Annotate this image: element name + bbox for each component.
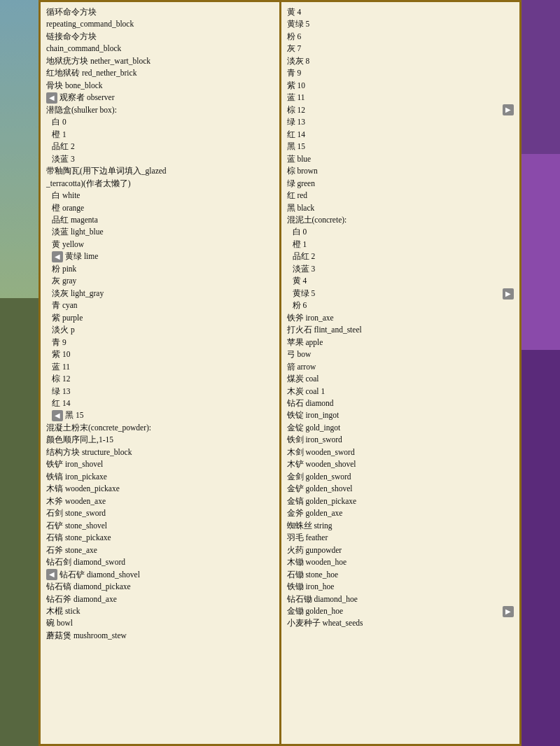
right-arrow-c5[interactable]: ▶	[503, 288, 514, 300]
r-entry-9: 青 9	[287, 67, 514, 79]
r-entry-red: 红 red	[287, 190, 514, 202]
r-entry-blue: 蓝 blue	[287, 153, 514, 165]
entry-9: 青 9	[46, 337, 274, 349]
entry-bone: 骨块 bone_block	[46, 80, 274, 92]
r-entry-13: 绿 13	[287, 116, 514, 128]
entry-observer-text: 观察者 observer	[59, 92, 114, 104]
r-entry-string: 蜘蛛丝 string	[287, 520, 514, 532]
entry-repeating-cmd: 循环命令方块	[46, 6, 274, 18]
r-entry-golden-hoe-text: 金锄 golden_hoe	[287, 605, 344, 617]
r-entry-golden-pickaxe: 金镐 golden_pickaxe	[287, 495, 514, 507]
r-entry-feather: 羽毛 feather	[287, 532, 514, 544]
entry-chain-cmd-en: chain_command_block	[46, 43, 274, 55]
r-entry-4: 黄 4	[287, 6, 514, 18]
r-entry-12: 棕 12 ▶	[287, 104, 514, 116]
r-entry-wheat-seeds: 小麦种子 wheat_seeds	[287, 617, 514, 629]
entry-stick: 木棍 stick	[46, 605, 274, 617]
r-entry-stone-hoe: 石锄 stone_hoe	[287, 569, 514, 581]
right-arrow-golden-hoe[interactable]: ▶	[503, 606, 514, 617]
entry-stone-sword: 石剑 stone_sword	[46, 507, 274, 519]
left-arrow-observer[interactable]: ◀	[46, 92, 57, 104]
r-entry-gunpowder: 火药 gunpowder	[287, 544, 514, 556]
entry-repeating-cmd-en: repeating_command_block	[46, 18, 274, 30]
entry-red-nether: 红地狱砖 red_nether_brick	[46, 67, 274, 79]
r-entry-iron-hoe: 铁锄 iron_hoe	[287, 581, 514, 593]
r-entry-apple: 苹果 apple	[287, 337, 514, 349]
entry-gray: 灰 gray	[46, 275, 274, 287]
r-entry-14: 红 14	[287, 129, 514, 141]
r-entry-brown: 棕 brown	[287, 165, 514, 177]
r-entry-flint: 打火石 flint_and_steel	[287, 324, 514, 336]
book-wrapper: 循环命令方块 repeating_command_block 链接命令方块 ch…	[38, 0, 522, 746]
entry-yellow: 黄 yellow	[46, 239, 274, 251]
entry-15-arrow: ◀ 黑 15	[46, 409, 274, 421]
entry-fire: 淡火 p	[46, 324, 274, 336]
entry-white: 白 white	[46, 190, 274, 202]
r-entry-wooden-hoe: 木锄 wooden_hoe	[287, 556, 514, 568]
r-entry-charcoal: 木炭 coal 1	[287, 386, 514, 397]
entry-14: 红 14	[46, 397, 274, 409]
r-entry-c0: 白 0	[287, 226, 514, 238]
entry-13: 绿 13	[46, 386, 274, 397]
left-arrow-lime[interactable]: ◀	[52, 251, 63, 262]
r-entry-c4: 黄 4	[287, 275, 514, 287]
entry-stone-shovel: 石铲 stone_shovel	[46, 520, 274, 532]
entry-shulker-header: 潜隐盒(shulker box):	[46, 104, 274, 116]
entry-diamond-sword: 钻石剑 diamond_sword	[46, 556, 274, 568]
r-entry-12-text: 棕 12	[287, 104, 305, 116]
r-entry-green: 绿 green	[287, 178, 514, 190]
r-entry-iron-ingot: 铁锭 iron_ingot	[287, 409, 514, 421]
r-entry-coal: 煤炭 coal	[287, 373, 514, 385]
entry-chain-cmd: 链接命令方块	[46, 31, 274, 43]
r-entry-gold-ingot: 金锭 gold_ingot	[287, 422, 514, 434]
entry-10: 紫 10	[46, 349, 274, 360]
entry-glazed-2: _terracotta)(作者太懒了)	[46, 178, 274, 190]
left-arrow-15[interactable]: ◀	[52, 410, 63, 421]
right-arrow-12[interactable]: ▶	[503, 104, 514, 115]
entry-diamond-axe: 钻石斧 diamond_axe	[46, 593, 274, 605]
r-entry-5: 黄绿 5	[287, 18, 514, 30]
r-entry-golden-sword: 金剑 golden_sword	[287, 471, 514, 483]
r-entry-c5: 黄绿 5 ▶	[287, 288, 514, 300]
entry-light-gray: 淡灰 light_gray	[46, 288, 274, 300]
entry-color-order: 颜色顺序同上,1-15	[46, 434, 274, 446]
entry-glazed-1: 带釉陶瓦(用下边单词填入_glazed	[46, 165, 274, 177]
r-entry-golden-shovel: 金铲 golden_shovel	[287, 483, 514, 495]
r-entry-c6: 粉 6	[287, 300, 514, 311]
entry-15-text: 黑 15	[65, 409, 83, 421]
left-page-content: 循环命令方块 repeating_command_block 链接命令方块 ch…	[46, 6, 274, 642]
r-entry-11: 蓝 11	[287, 92, 514, 104]
r-entry-7: 灰 7	[287, 43, 514, 55]
right-page: 黄 4 黄绿 5 粉 6 灰 7 淡灰 8 青 9 紫 10 蓝 11 棕 12…	[281, 0, 522, 746]
r-entry-15: 黑 15	[287, 141, 514, 153]
r-entry-10: 紫 10	[287, 80, 514, 92]
r-entry-black: 黑 black	[287, 202, 514, 214]
r-entry-bow: 弓 bow	[287, 349, 514, 360]
left-arrow-diamond-shovel[interactable]: ◀	[46, 569, 57, 580]
entry-wooden-pickaxe: 木镐 wooden_pickaxe	[46, 483, 274, 495]
r-entry-diamond-hoe: 钻石锄 diamond_hoe	[287, 593, 514, 605]
entry-shulker-2: 品红 2	[46, 141, 274, 153]
entry-observer: ◀ 观察者 observer	[46, 92, 274, 104]
entry-orange: 橙 orange	[46, 202, 274, 214]
entry-shulker-1: 橙 1	[46, 129, 274, 141]
entry-lime-text: 黄绿 lime	[65, 251, 98, 262]
r-entry-iron-axe: 铁斧 iron_axe	[287, 312, 514, 324]
r-entry-concrete: 混泥土(concrete):	[287, 214, 514, 226]
r-entry-8: 淡灰 8	[287, 55, 514, 67]
r-entry-c5-text: 黄绿 5	[293, 288, 316, 300]
entry-pink: 粉 pink	[46, 263, 274, 275]
entry-wooden-axe: 木斧 wooden_axe	[46, 495, 274, 507]
entry-diamond-pickaxe: 钻石镐 diamond_pickaxe	[46, 581, 274, 593]
r-entry-golden-hoe: 金锄 golden_hoe ▶	[287, 605, 514, 617]
r-entry-c1: 橙 1	[287, 239, 514, 251]
r-entry-golden-axe: 金斧 golden_axe	[287, 507, 514, 519]
entry-bowl: 碗 bowl	[46, 617, 274, 629]
entry-structure-block: 结构方块 structure_block	[46, 446, 274, 458]
entry-stone-axe: 石斧 stone_axe	[46, 544, 274, 556]
entry-nether-wart: 地狱疣方块 nether_wart_block	[46, 55, 274, 67]
entry-concrete-powder: 混凝土粉末(concrete_powder):	[46, 422, 274, 434]
entry-iron-pickaxe: 铁镐 iron_pickaxe	[46, 471, 274, 483]
entry-shulker-3: 淡蓝 3	[46, 153, 274, 165]
entry-diamond-shovel: ◀ 钻石铲 diamond_shovel	[46, 569, 274, 581]
